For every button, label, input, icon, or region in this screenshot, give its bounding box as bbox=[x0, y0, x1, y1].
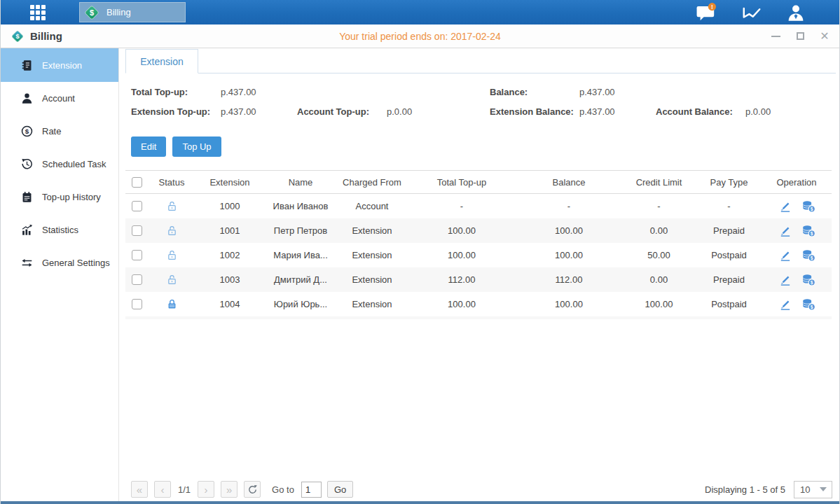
minimize-icon bbox=[771, 36, 780, 37]
summary-value: p.437.00 bbox=[579, 106, 615, 117]
table-header: Status Extension Name Charged From Total… bbox=[125, 170, 832, 194]
column-header: Status bbox=[148, 177, 195, 188]
table-row: 1004 Юрий Юрь... Extension 100.00 100.00… bbox=[125, 292, 832, 316]
app-launcher-icon[interactable] bbox=[27, 2, 48, 23]
billing-app-window: $ Billing ! bbox=[0, 0, 840, 504]
sidebar-item-general-settings[interactable]: General Settings bbox=[1, 246, 118, 279]
cell-name: Иван Иванов bbox=[264, 201, 337, 211]
sidebar-item-topup-history[interactable]: Top-up History bbox=[1, 181, 118, 214]
svg-text:$: $ bbox=[810, 255, 813, 261]
svg-text:$: $ bbox=[810, 231, 813, 237]
close-icon: ✕ bbox=[820, 31, 829, 41]
messages-icon[interactable]: ! bbox=[695, 3, 717, 22]
svg-text:$: $ bbox=[810, 206, 813, 212]
cell-name: Дмитрий Д... bbox=[264, 274, 337, 285]
page-indicator: 1/1 bbox=[178, 484, 191, 495]
row-checkbox[interactable] bbox=[132, 299, 142, 309]
sidebar-item-label: Extension bbox=[42, 60, 82, 71]
sidebar-item-label: Account bbox=[42, 93, 75, 104]
table-row: 1002 Мария Ива... Extension 100.00 100.0… bbox=[125, 243, 832, 267]
top-bar: $ Billing ! bbox=[1, 0, 839, 24]
summary-label: Extension Top-up: bbox=[131, 106, 221, 117]
last-page-button[interactable]: » bbox=[221, 481, 237, 498]
rate-icon: $ bbox=[21, 125, 33, 137]
sidebar-item-extension[interactable]: Extension bbox=[1, 48, 118, 82]
edit-icon[interactable] bbox=[778, 200, 792, 213]
grid-icon bbox=[27, 2, 48, 23]
sidebar-item-account[interactable]: Account bbox=[1, 82, 118, 115]
extension-table: Status Extension Name Charged From Total… bbox=[125, 170, 832, 319]
cell-credit-limit: 100.00 bbox=[621, 299, 696, 309]
cell-name: Мария Ива... bbox=[264, 250, 337, 260]
prev-page-icon: ‹ bbox=[161, 484, 165, 496]
top-up-button[interactable]: Top Up bbox=[172, 136, 221, 157]
page-size-select[interactable]: 10 bbox=[794, 481, 832, 498]
tab-bar: Extension bbox=[125, 49, 836, 74]
row-checkbox[interactable] bbox=[132, 274, 142, 285]
summary-value: p.0.00 bbox=[745, 106, 771, 117]
billing-app-icon: $ bbox=[83, 4, 100, 21]
column-header: Operation bbox=[762, 177, 832, 188]
cell-total-topup: 100.00 bbox=[407, 299, 516, 309]
close-button[interactable]: ✕ bbox=[820, 31, 829, 41]
user-icon[interactable] bbox=[786, 4, 806, 22]
next-page-button[interactable]: › bbox=[198, 481, 214, 498]
balance-summary: Total Top-up: p.437.00 Balance: p.437.00… bbox=[131, 87, 839, 117]
table-row: 1001 Петр Петров Extension 100.00 100.00… bbox=[125, 218, 832, 243]
account-icon bbox=[21, 92, 33, 104]
maximize-button[interactable] bbox=[795, 31, 805, 41]
edit-button[interactable]: Edit bbox=[131, 136, 166, 157]
sidebar-item-rate[interactable]: $ Rate bbox=[1, 115, 118, 148]
maximize-icon bbox=[797, 32, 804, 40]
cell-pay-type: - bbox=[696, 201, 762, 211]
pagination-bar: « ‹ 1/1 › » Go to Go Displaying 1 - 5 of… bbox=[131, 480, 832, 498]
first-page-icon: « bbox=[137, 484, 142, 496]
table-row: 1000 Иван Иванов Account - - - - bbox=[125, 194, 832, 218]
cell-extension: 1004 bbox=[195, 299, 264, 309]
last-page-icon: » bbox=[226, 484, 232, 496]
general-settings-icon bbox=[21, 257, 33, 269]
sidebar-item-scheduled-task[interactable]: Scheduled Task bbox=[1, 148, 118, 181]
topup-icon[interactable]: $ bbox=[801, 298, 815, 311]
go-button[interactable]: Go bbox=[327, 481, 353, 498]
goto-page-input[interactable] bbox=[301, 482, 322, 498]
edit-icon[interactable] bbox=[778, 248, 792, 262]
topup-icon[interactable]: $ bbox=[801, 200, 815, 213]
prev-page-button[interactable]: ‹ bbox=[154, 481, 171, 498]
edit-icon[interactable] bbox=[778, 298, 792, 311]
cell-charged-from: Extension bbox=[337, 225, 407, 236]
cell-total-topup: 100.00 bbox=[407, 250, 516, 260]
table-row: 1003 Дмитрий Д... Extension 112.00 112.0… bbox=[125, 267, 832, 292]
cell-total-topup: 112.00 bbox=[407, 274, 516, 285]
sidebar-item-statistics[interactable]: Statistics bbox=[1, 214, 118, 246]
column-header: Balance bbox=[516, 177, 621, 188]
row-checkbox[interactable] bbox=[132, 201, 142, 211]
cell-pay-type: Prepaid bbox=[696, 225, 762, 236]
topup-icon[interactable]: $ bbox=[801, 224, 815, 237]
topup-icon[interactable]: $ bbox=[801, 273, 815, 286]
summary-label: Account Balance: bbox=[656, 106, 745, 117]
minimize-button[interactable] bbox=[771, 31, 780, 41]
first-page-button[interactable]: « bbox=[131, 481, 148, 498]
cell-balance: 100.00 bbox=[516, 299, 621, 309]
reports-icon[interactable] bbox=[741, 4, 762, 22]
cell-charged-from: Extension bbox=[337, 299, 407, 309]
summary-label: Account Top-up: bbox=[297, 106, 387, 117]
edit-icon[interactable] bbox=[778, 273, 792, 286]
summary-value: p.0.00 bbox=[387, 106, 412, 117]
cell-charged-from: Extension bbox=[337, 274, 407, 285]
refresh-button[interactable] bbox=[244, 481, 261, 498]
topup-icon[interactable]: $ bbox=[801, 248, 815, 262]
edit-icon[interactable] bbox=[778, 224, 792, 237]
taskbar-tab-billing[interactable]: $ Billing bbox=[79, 2, 186, 22]
notification-badge: ! bbox=[711, 3, 713, 10]
row-checkbox[interactable] bbox=[132, 225, 142, 236]
sidebar-item-label: Top-up History bbox=[42, 192, 101, 202]
cell-pay-type: Postpaid bbox=[696, 250, 762, 260]
sidebar-item-label: General Settings bbox=[42, 258, 110, 268]
row-checkbox[interactable] bbox=[132, 250, 142, 260]
select-all-checkbox[interactable] bbox=[132, 177, 142, 188]
tab-extension[interactable]: Extension bbox=[125, 49, 198, 74]
column-header: Name bbox=[264, 177, 337, 188]
statistics-icon bbox=[21, 224, 33, 236]
